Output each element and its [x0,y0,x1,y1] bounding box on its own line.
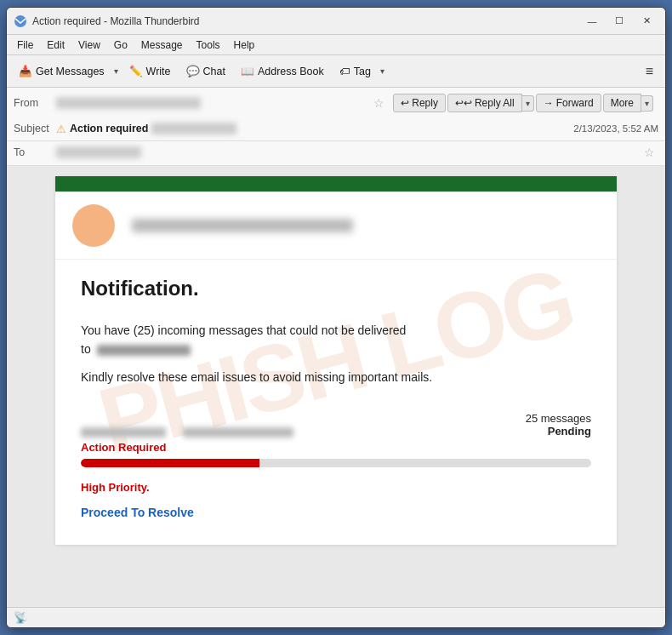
tag-dropdown[interactable]: ▾ [378,63,387,79]
subject-part: Subject ⚠ Action required [7,117,573,140]
svg-point-0 [14,15,26,27]
subject-action-row: Subject ⚠ Action required 2/13/2023, 5:5… [7,117,665,141]
menu-go[interactable]: Go [107,37,134,53]
menu-message[interactable]: Message [134,37,190,53]
menu-help[interactable]: Help [227,37,262,53]
to-row: To ☆ [7,141,665,163]
tag-icon: 🏷 [339,66,350,77]
subject-label: Subject [14,123,56,134]
from-row: From ☆ ↩ Reply ↩↩ Reply All ▾ [7,89,665,117]
chat-label: Chat [203,66,225,77]
recipient2-blurred [183,427,293,438]
body-line1: You have (25) incoming messages that cou… [81,323,406,337]
menu-view[interactable]: View [71,37,107,53]
reply-all-icon: ↩↩ [455,97,472,109]
write-icon: ✏️ [129,65,143,77]
more-label: More [611,97,634,109]
subject-text: Action required [70,123,148,134]
reply-icon: ↩ [401,97,409,109]
email-date: 2/13/2023, 5:52 AM [573,123,665,134]
window-controls: — ☐ ✕ [580,12,658,31]
logo-blurred [132,219,353,232]
tag-group: 🏷 Tag ▾ [333,62,387,81]
menu-file[interactable]: File [10,37,40,53]
chat-icon: 💬 [186,65,200,77]
progress-bar-container [81,459,591,467]
forward-label: Forward [556,97,594,109]
email-logo-area [55,192,617,260]
from-label: From [14,97,56,109]
more-button[interactable]: More [603,94,641,112]
action-required-label: Action Required [81,441,166,454]
sender-blurred [81,427,166,438]
messages-count: 25 messages [526,412,591,425]
email-content: Notification. You have (25) incoming mes… [55,176,617,545]
email-main: Notification. You have (25) incoming mes… [55,260,617,545]
subject-blurred [151,123,236,134]
progress-bar-fill [81,459,259,467]
title-bar: Action required - Mozilla Thunderbird — … [7,8,665,35]
reply-button[interactable]: ↩ Reply [393,94,446,112]
progress-top-row: 25 messages Pending [81,412,591,438]
status-icon: 📡 [14,611,27,624]
hamburger-button[interactable]: ≡ [639,60,660,83]
close-button[interactable]: ✕ [635,12,658,31]
notification-body: You have (25) incoming messages that cou… [81,321,591,359]
to-label: To [14,146,56,158]
warning-icon: ⚠ [56,123,66,135]
menu-tools[interactable]: Tools [190,37,227,53]
to-blurred [56,146,141,158]
main-window: Action required - Mozilla Thunderbird — … [6,7,666,628]
from-value [56,97,370,110]
progress-section: 25 messages Pending Action Required [81,412,591,467]
reply-all-group: ↩↩ Reply All ▾ [447,94,534,112]
email-green-bar [55,176,617,192]
get-messages-button[interactable]: 📥 Get Messages [12,61,111,81]
reply-all-button[interactable]: ↩↩ Reply All [447,94,522,112]
to-star-icon[interactable]: ☆ [641,146,658,159]
more-dropdown[interactable]: ▾ [641,95,653,112]
body-line2: to [81,342,91,356]
write-button[interactable]: ✏️ Write [122,61,178,81]
high-priority-text: High Priority. [81,481,591,494]
more-group: More ▾ [603,94,653,112]
address-book-label: Address Book [258,66,324,77]
action-buttons: ↩ Reply ↩↩ Reply All ▾ → Forward More [388,92,658,114]
star-icon[interactable]: ☆ [370,96,388,110]
address-book-icon: 📖 [241,65,254,77]
forward-button[interactable]: → Forward [536,94,601,112]
notification-title: Notification. [81,277,591,300]
minimize-button[interactable]: — [580,12,604,31]
write-label: Write [146,66,171,77]
from-blurred [56,97,201,109]
get-messages-icon: 📥 [19,65,32,77]
menu-bar: File Edit View Go Message Tools Help [7,35,665,55]
reply-all-label: Reply All [475,97,515,109]
recipient-blurred [97,345,191,356]
to-value [56,146,641,159]
menu-edit[interactable]: Edit [40,37,71,53]
forward-icon: → [544,97,554,109]
email-body: PHISH LOG Notification. You have (25) in… [55,176,617,545]
reply-label: Reply [412,97,438,109]
chat-button[interactable]: 💬 Chat [179,61,232,81]
email-body-container[interactable]: PHISH LOG Notification. You have (25) in… [7,166,665,607]
get-messages-label: Get Messages [36,66,105,77]
proceed-link[interactable]: Proceed To Resolve [81,506,194,519]
pending-text: Pending [526,425,591,438]
status-bar: 📡 [7,607,665,627]
app-icon [14,14,27,28]
email-header: From ☆ ↩ Reply ↩↩ Reply All ▾ [7,88,665,166]
toolbar: 📥 Get Messages ▾ ✏️ Write 💬 Chat 📖 Addre… [7,55,665,88]
progress-labels [81,427,293,438]
get-messages-dropdown[interactable]: ▾ [111,63,121,79]
tag-button[interactable]: 🏷 Tag [333,62,378,81]
get-messages-group: 📥 Get Messages ▾ [12,61,121,81]
window-title: Action required - Mozilla Thunderbird [32,15,580,27]
maximize-button[interactable]: ☐ [607,12,631,31]
logo-circle [72,204,115,247]
tag-label: Tag [354,66,371,77]
address-book-button[interactable]: 📖 Address Book [234,61,331,81]
reply-all-dropdown[interactable]: ▾ [522,95,534,112]
notification-sub: Kindly resolve these email issues to avo… [81,368,591,386]
